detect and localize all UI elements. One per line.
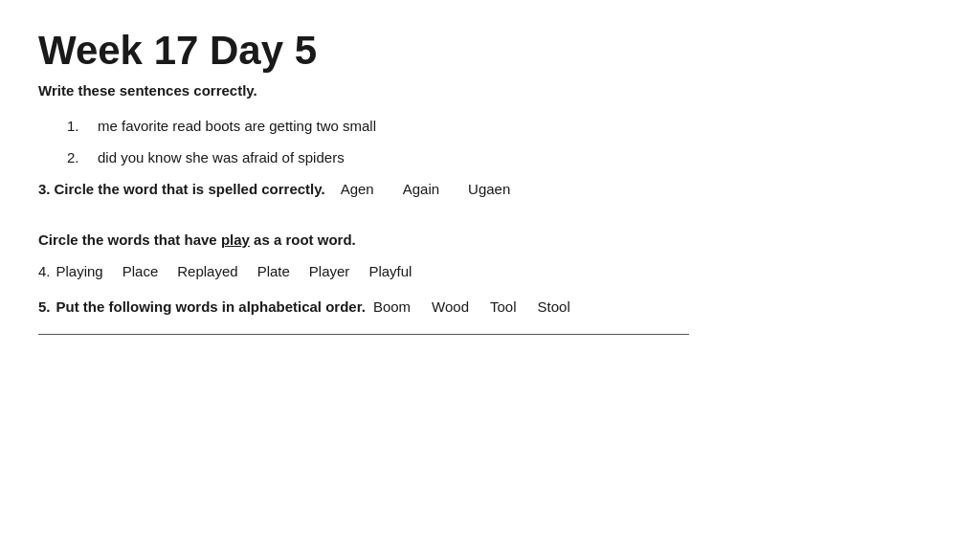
q3-option1: Agen (341, 181, 374, 197)
q3-option2: Again (403, 181, 439, 197)
section2-prefix: Circle the words that have (38, 231, 221, 248)
q4-word6: Playful (368, 263, 412, 279)
page-title: Week 17 Day 5 (38, 29, 942, 73)
section2-instruction: Circle the words that have play as a roo… (38, 231, 942, 248)
section2-keyword: play (221, 231, 250, 248)
q4-word3: Replayed (177, 263, 237, 279)
bottom-divider (38, 334, 689, 335)
q5-word1: Boom (373, 298, 411, 315)
sentence-list: 1. me favorite read boots are getting tw… (67, 118, 942, 165)
q5-label: 5. (38, 298, 51, 315)
q5-word3: Tool (490, 298, 517, 315)
section2-suffix: as a root word. (250, 231, 356, 248)
item-number: 1. (67, 118, 98, 134)
list-item: 1. me favorite read boots are getting tw… (67, 118, 942, 134)
q5-instruction: Put the following words in alphabetical … (56, 298, 366, 315)
q5-word4: Stool (538, 298, 570, 315)
q5-word2: Wood (432, 298, 469, 315)
subtitle: Write these sentences correctly. (38, 82, 942, 99)
item-text: did you know she was afraid of spiders (98, 149, 345, 165)
q3-option3: Ugaen (468, 181, 510, 197)
q3-number: 3. (38, 181, 51, 197)
item-number: 2. (67, 149, 98, 165)
question5-row: 5. Put the following words in alphabetic… (38, 298, 942, 315)
q4-label: 4. (38, 263, 51, 279)
q4-word1: Playing (56, 263, 103, 279)
q4-word4: Plate (257, 263, 290, 279)
item-text: me favorite read boots are getting two s… (98, 118, 376, 134)
question4-row: 4. Playing Place Replayed Plate Player P… (38, 263, 942, 279)
q3-instruction: Circle the word that is spelled correctl… (55, 181, 325, 197)
list-item: 2. did you know she was afraid of spider… (67, 149, 942, 165)
q4-word5: Player (309, 263, 350, 279)
question3-row: 3. Circle the word that is spelled corre… (38, 181, 942, 197)
q4-word2: Place (122, 263, 159, 279)
